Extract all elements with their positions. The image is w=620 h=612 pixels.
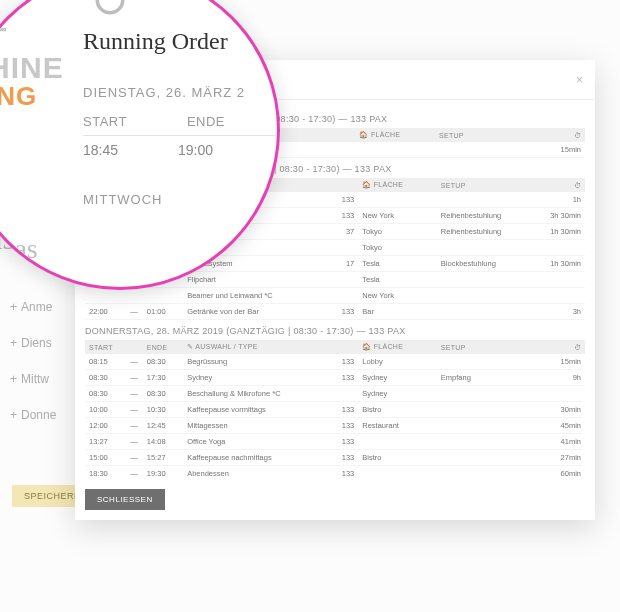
svg-point-0 [97, 0, 123, 13]
schliessen-button[interactable]: SCHLIESSEN [85, 489, 165, 510]
table-row: 15:00—15:27Kaffeepause nachmittags133Bis… [85, 450, 585, 466]
mag-row-1: 18:45 19:00 [83, 136, 280, 164]
mag-logo: T HINE ING [0, 23, 64, 109]
table-row: Beamer und Leinwand *CNew York [85, 288, 585, 304]
table-row: 08:15—08:30Begrüssung133Lobby15min [85, 354, 585, 370]
table-row: 08:30—17:30Sydney133SydneyEmpfang9h [85, 370, 585, 386]
day-3-heading: DONNERSTAG, 28. MÄRZ 2019 (GANZTÄGIG | 0… [85, 326, 585, 336]
sidebar-item-diens[interactable]: +Diens [10, 336, 56, 350]
table-row: 18:30—19:30Abendessen13360min [85, 466, 585, 480]
mag-content: Running Order DIENSTAG, 26. MÄRZ 2 START… [83, 28, 280, 207]
mag-day-1: DIENSTAG, 26. MÄRZ 2 [83, 85, 280, 100]
table-row: 22:00—01:00Getränke von der Bar133Bar3h [85, 304, 585, 320]
mag-day-2: MITTWOCH [83, 192, 280, 207]
mag-row-ende: 19:00 [178, 142, 213, 158]
sidebar-item-donne[interactable]: +Donne [10, 408, 56, 422]
mag-col-headers: START ENDE [83, 108, 280, 136]
day-3-table: START ENDE ✎ AUSWAHL / TYPE 🏠 FLÄCHE SET… [85, 340, 585, 479]
col-setup-head: SETUP [435, 128, 540, 142]
mag-col-start: START [83, 114, 127, 129]
sidebar-item-mittw[interactable]: +Mittw [10, 372, 56, 386]
close-icon[interactable]: × [576, 73, 583, 87]
mag-col-ende: ENDE [187, 114, 225, 129]
sidebar-item-anme[interactable]: +Anme [10, 300, 56, 314]
power-icon [93, 0, 127, 17]
bg-sidebar: +Anme +Diens +Mittw +Donne [10, 300, 56, 422]
table-row: 10:00—10:30Kaffeepause vormittags133Bist… [85, 402, 585, 418]
col-dur-head: ⏱ [539, 128, 585, 142]
table-row: 12:00—12:45Mittagessen133Restaurant45min [85, 418, 585, 434]
modal-footer: SCHLIESSEN [75, 479, 595, 520]
table-row: 08:30—08:30Beschallung & Mikrofone *CSyd… [85, 386, 585, 402]
col-flaeche-head: 🏠 FLÄCHE [355, 128, 435, 142]
table-row: 13:27—14:08Office Yoga13341min [85, 434, 585, 450]
mag-row-start: 18:45 [83, 142, 118, 158]
day-3-rows: 08:15—08:30Begrüssung133Lobby15min08:30—… [85, 354, 585, 479]
